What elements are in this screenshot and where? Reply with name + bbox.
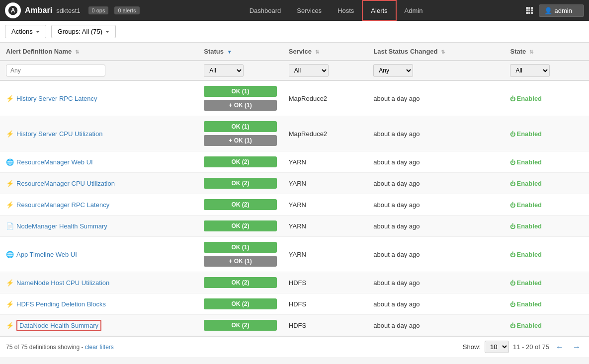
lightning-icon: ⚡ bbox=[6, 201, 14, 209]
filter-status-select[interactable]: All bbox=[204, 64, 244, 77]
name-cell: ⚡HDFS Pending Deletion Blocks bbox=[0, 293, 198, 315]
state-cell: ⏻Enabled bbox=[504, 151, 589, 173]
table-row: ⚡History Server RPC LatencyOK (1)+ OK (1… bbox=[0, 80, 589, 116]
status-badge[interactable]: + OK (1) bbox=[204, 256, 276, 267]
status-badge[interactable]: OK (2) bbox=[204, 277, 276, 288]
page-size-select[interactable]: 10 bbox=[485, 341, 509, 353]
navbar: A Ambari sdktest1 0 ops 0 alerts Dashboa… bbox=[0, 0, 589, 21]
power-icon: ⏻ bbox=[510, 252, 515, 258]
nav-dashboard[interactable]: Dashboard bbox=[242, 0, 289, 21]
last-changed-cell: about a day ago bbox=[367, 151, 504, 173]
col-header-service[interactable]: Service ⇅ bbox=[283, 43, 367, 61]
alert-name-link[interactable]: ResourceManager CPU Utilization bbox=[16, 180, 115, 187]
col-header-status[interactable]: Status ▼ bbox=[198, 43, 282, 61]
state-cell: ⏻Enabled bbox=[504, 315, 589, 336]
last-changed-cell: about a day ago bbox=[367, 315, 504, 336]
name-cell: ⚡DataNode Health Summary bbox=[0, 315, 198, 336]
lightning-icon: ⚡ bbox=[6, 130, 14, 138]
state-cell: ⏻Enabled bbox=[504, 216, 589, 237]
table-row: 🌐App Timeline Web UIOK (1)+ OK (1)YARNab… bbox=[0, 237, 589, 272]
status-badge[interactable]: OK (2) bbox=[204, 220, 276, 231]
groups-caret bbox=[105, 31, 109, 33]
power-icon: ⏻ bbox=[510, 223, 515, 229]
alert-name-link[interactable]: ResourceManager RPC Latency bbox=[16, 201, 109, 209]
grid-icon[interactable] bbox=[526, 7, 533, 14]
filter-last-status-select[interactable]: Any bbox=[373, 64, 413, 77]
last-changed-cell: about a day ago bbox=[367, 216, 504, 237]
state-value: ⏻Enabled bbox=[510, 322, 542, 329]
alert-name-link[interactable]: ResourceManager Web UI bbox=[16, 158, 93, 166]
service-cell: YARN bbox=[283, 237, 367, 272]
admin-button[interactable]: 👤 admin bbox=[539, 4, 584, 17]
actions-button[interactable]: Actions bbox=[5, 25, 46, 38]
prev-page-button[interactable]: ← bbox=[553, 342, 566, 353]
nav-hosts[interactable]: Hosts bbox=[330, 0, 362, 21]
status-badge[interactable]: OK (2) bbox=[204, 156, 276, 167]
nav-admin[interactable]: Admin bbox=[397, 0, 431, 21]
sort-icon-status: ▼ bbox=[227, 49, 232, 55]
state-value: ⏻Enabled bbox=[510, 201, 542, 209]
last-changed-cell: about a day ago bbox=[367, 80, 504, 116]
col-header-last-changed[interactable]: Last Status Changed ⇅ bbox=[367, 43, 504, 61]
nav-alerts[interactable]: Alerts bbox=[362, 0, 396, 21]
alert-name-link[interactable]: App Timeline Web UI bbox=[16, 251, 77, 258]
status-badge[interactable]: OK (2) bbox=[204, 298, 276, 309]
last-changed-cell: about a day ago bbox=[367, 116, 504, 151]
filter-name-cell bbox=[0, 61, 198, 80]
status-badge[interactable]: OK (1) bbox=[204, 121, 276, 132]
alert-name-link[interactable]: HDFS Pending Deletion Blocks bbox=[16, 300, 106, 308]
power-icon: ⏻ bbox=[510, 96, 515, 102]
filter-service-select[interactable]: All bbox=[289, 64, 329, 77]
alert-name-link[interactable]: NodeManager Health Summary bbox=[16, 222, 107, 230]
col-header-state[interactable]: State ⇅ bbox=[504, 43, 589, 61]
filter-last-status-cell: Any bbox=[367, 61, 504, 80]
service-cell: MapReduce2 bbox=[283, 116, 367, 151]
ops-badge: 0 ops bbox=[88, 6, 109, 14]
lightning-icon: ⚡ bbox=[6, 300, 14, 308]
filter-name-input[interactable] bbox=[6, 65, 105, 76]
table-container: Alert Definition Name ⇅ Status ▼ Service… bbox=[0, 43, 589, 336]
power-icon: ⏻ bbox=[510, 181, 515, 187]
status-cell: OK (1)+ OK (1) bbox=[198, 237, 282, 272]
status-badge[interactable]: OK (1) bbox=[204, 86, 276, 97]
service-cell: YARN bbox=[283, 194, 367, 216]
alert-name-link[interactable]: History Server RPC Latency bbox=[16, 95, 97, 102]
clear-filters-link[interactable]: clear filters bbox=[85, 344, 114, 351]
status-badge[interactable]: OK (2) bbox=[204, 199, 276, 210]
status-cell: OK (1)+ OK (1) bbox=[198, 80, 282, 116]
name-cell: 🌐App Timeline Web UI bbox=[0, 237, 198, 272]
status-cell: OK (2) bbox=[198, 216, 282, 237]
status-badge[interactable]: OK (1) bbox=[204, 242, 276, 253]
status-badge[interactable]: OK (2) bbox=[204, 320, 276, 331]
lightning-icon: ⚡ bbox=[6, 279, 14, 287]
user-icon: 👤 bbox=[544, 7, 552, 14]
power-icon: ⏻ bbox=[510, 131, 515, 137]
name-cell: 📄NodeManager Health Summary bbox=[0, 216, 198, 237]
state-value: ⏻Enabled bbox=[510, 158, 542, 166]
navbar-right: 👤 admin bbox=[526, 4, 584, 17]
sort-icon-last-changed: ⇅ bbox=[441, 49, 445, 55]
status-badge[interactable]: OK (2) bbox=[204, 178, 276, 189]
alerts-badge: 0 alerts bbox=[114, 6, 139, 14]
status-badge[interactable]: + OK (1) bbox=[204, 100, 276, 111]
table-row: ⚡ResourceManager RPC LatencyOK (2)YARNab… bbox=[0, 194, 589, 216]
next-page-button[interactable]: → bbox=[570, 342, 583, 353]
state-value: ⏻Enabled bbox=[510, 180, 542, 187]
alert-name-link[interactable]: DataNode Health Summary bbox=[16, 320, 101, 331]
lightning-icon: ⚡ bbox=[6, 322, 14, 329]
sort-icon-state: ⇅ bbox=[529, 49, 533, 55]
filter-state-select[interactable]: All bbox=[510, 64, 550, 77]
nav-services[interactable]: Services bbox=[289, 0, 330, 21]
show-label: Show: bbox=[463, 343, 481, 351]
status-badge[interactable]: + OK (1) bbox=[204, 135, 276, 146]
groups-button[interactable]: Groups: All (75) bbox=[51, 25, 116, 38]
sort-icon-service: ⇅ bbox=[315, 49, 319, 55]
status-cell: OK (2) bbox=[198, 315, 282, 336]
table-row: ⚡ResourceManager CPU UtilizationOK (2)YA… bbox=[0, 173, 589, 194]
brand-logo: A bbox=[5, 2, 21, 18]
alert-name-link[interactable]: NameNode Host CPU Utilization bbox=[16, 279, 109, 287]
status-cell: OK (2) bbox=[198, 272, 282, 293]
col-header-name[interactable]: Alert Definition Name ⇅ bbox=[0, 43, 198, 61]
alert-name-link[interactable]: History Server CPU Utilization bbox=[16, 130, 102, 138]
service-cell: HDFS bbox=[283, 272, 367, 293]
